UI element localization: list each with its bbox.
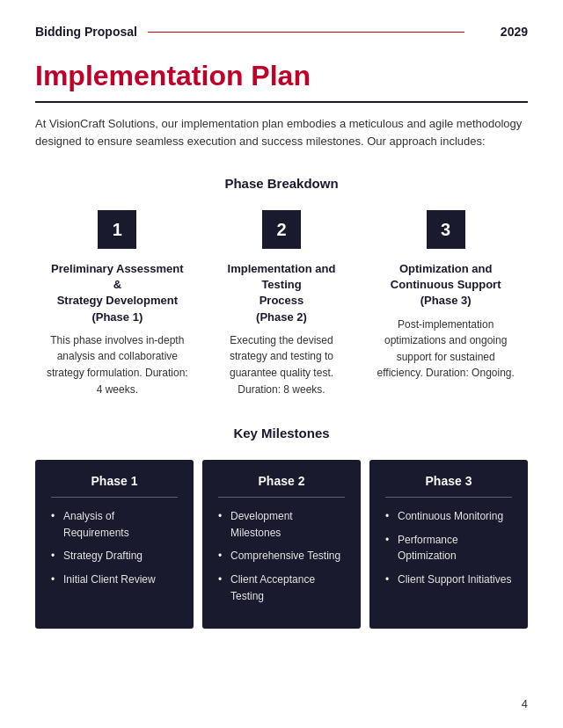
- milestones-heading: Key Milestones: [35, 426, 528, 440]
- title-divider: [35, 101, 528, 103]
- milestone-card-3: Phase 3Continuous MonitoringPerformance …: [369, 460, 528, 629]
- phase-number-1: 1: [98, 210, 136, 249]
- milestone-list-2: Development MilestonesComprehensive Test…: [218, 508, 345, 604]
- milestones-grid: Phase 1Analysis of RequirementsStrategy …: [35, 460, 528, 629]
- intro-text: At VisionCraft Solutions, our implementa…: [35, 115, 528, 152]
- page-header: Bidding Proposal 2029: [35, 25, 528, 39]
- milestone-divider-1: [51, 497, 178, 498]
- phase-card-3: 3Optimization and Continuous Support (Ph…: [363, 210, 528, 397]
- phase-breakdown-heading: Phase Breakdown: [35, 176, 528, 191]
- list-item: Client Acceptance Testing: [218, 571, 345, 604]
- header-year: 2029: [501, 25, 528, 39]
- header-divider-line: [148, 32, 464, 33]
- milestones-section: Key Milestones Phase 1Analysis of Requir…: [35, 426, 528, 629]
- list-item: Analysis of Requirements: [51, 508, 178, 541]
- list-item: Continuous Monitoring: [385, 508, 512, 525]
- header-title: Bidding Proposal: [35, 25, 137, 39]
- list-item: Performance Optimization: [385, 532, 512, 564]
- phase-desc-2: Executing the devised strategy and testi…: [210, 332, 354, 397]
- phases-grid: 1Preliminary Assessment & Strategy Devel…: [35, 210, 528, 397]
- page-number: 4: [522, 697, 528, 710]
- milestone-list-3: Continuous MonitoringPerformance Optimiz…: [385, 508, 512, 587]
- phase-number-3: 3: [427, 210, 465, 249]
- milestone-title-1: Phase 1: [51, 474, 178, 488]
- phase-name-3: Optimization and Continuous Support (Pha…: [391, 261, 501, 309]
- phase-card-1: 1Preliminary Assessment & Strategy Devel…: [35, 210, 200, 397]
- list-item: Client Support Initiatives: [385, 571, 512, 588]
- milestone-card-1: Phase 1Analysis of RequirementsStrategy …: [35, 460, 194, 629]
- milestone-list-1: Analysis of RequirementsStrategy Draftin…: [51, 508, 178, 587]
- phase-number-2: 2: [262, 210, 301, 249]
- milestone-divider-3: [385, 497, 512, 498]
- header-left: Bidding Proposal: [35, 25, 464, 39]
- phase-card-2: 2Implementation and Testing Process (Pha…: [200, 210, 364, 397]
- phase-name-2: Implementation and Testing Process (Phas…: [210, 261, 354, 325]
- phase-desc-3: Post-implementation optimizations and on…: [374, 317, 517, 382]
- phase-desc-1: This phase involves in-depth analysis an…: [46, 332, 189, 397]
- milestone-title-2: Phase 2: [218, 474, 345, 488]
- milestone-card-2: Phase 2Development MilestonesComprehensi…: [202, 460, 361, 629]
- phase-name-1: Preliminary Assessment & Strategy Develo…: [46, 261, 189, 325]
- list-item: Strategy Drafting: [51, 548, 178, 564]
- list-item: Initial Client Review: [51, 571, 178, 588]
- milestone-title-3: Phase 3: [385, 474, 512, 488]
- page-title: Implementation Plan: [35, 60, 528, 92]
- list-item: Development Milestones: [218, 508, 345, 541]
- milestone-divider-2: [218, 497, 345, 498]
- list-item: Comprehensive Testing: [218, 548, 345, 564]
